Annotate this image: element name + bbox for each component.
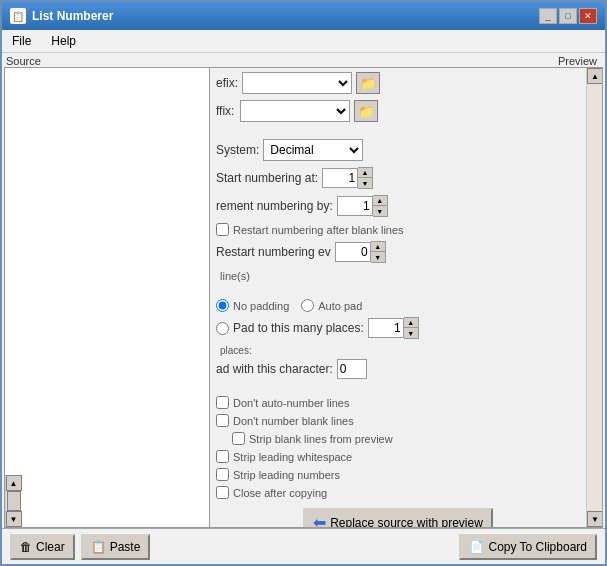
pad-many-radio[interactable] <box>216 322 229 335</box>
no-padding-radio[interactable] <box>216 299 229 312</box>
clear-button[interactable]: 🗑 Clear <box>10 534 75 560</box>
dont-blank-row: Don't number blank lines <box>216 414 580 427</box>
system-row: System: Decimal Roman Alpha <box>216 139 580 161</box>
increment-spin-arrows: ▲ ▼ <box>373 195 388 217</box>
auto-pad-radio[interactable] <box>301 299 314 312</box>
menu-bar: File Help <box>2 30 605 53</box>
increment-row: rement numbering by: ▲ ▼ <box>216 195 580 217</box>
pad-many-spin-down[interactable]: ▼ <box>404 328 418 338</box>
menu-help[interactable]: Help <box>45 32 82 50</box>
preview-scroll-track[interactable] <box>587 84 602 511</box>
pad-many-spin-up[interactable]: ▲ <box>404 318 418 328</box>
system-label: System: <box>216 143 259 157</box>
close-button[interactable]: ✕ <box>579 8 597 24</box>
places-label: places: <box>220 345 252 356</box>
preview-scrollbar[interactable]: ▲ ▼ <box>586 68 602 527</box>
minimize-button[interactable]: _ <box>539 8 557 24</box>
start-row: Start numbering at: ▲ ▼ <box>216 167 580 189</box>
close-after-label: Close after copying <box>233 487 327 499</box>
efix-label: efix: <box>216 76 238 90</box>
dont-auto-checkbox[interactable] <box>216 396 229 409</box>
scroll-up-arrow[interactable]: ▲ <box>6 475 22 491</box>
scroll-down-arrow[interactable]: ▼ <box>6 511 22 527</box>
restart-every-spinbox: ▲ ▼ <box>335 241 386 263</box>
restart-every-spin-down[interactable]: ▼ <box>371 252 385 262</box>
start-label: Start numbering at: <box>216 171 318 185</box>
strip-num-checkbox[interactable] <box>216 468 229 481</box>
arrow-left-icon: ⬅ <box>313 513 326 527</box>
start-input[interactable] <box>322 168 358 188</box>
menu-file[interactable]: File <box>6 32 37 50</box>
scroll-thumb[interactable] <box>7 491 21 511</box>
dont-blank-label: Don't number blank lines <box>233 415 354 427</box>
no-padding-label: No padding <box>233 300 289 312</box>
preview-label: Preview <box>211 55 601 67</box>
strip-blank-label: Strip blank lines from preview <box>249 433 393 445</box>
source-panel: ▲ ▼ <box>5 68 210 527</box>
preview-scroll-down[interactable]: ▼ <box>587 511 603 527</box>
start-spin-arrows: ▲ ▼ <box>358 167 373 189</box>
folder-icon: 📁 <box>360 76 376 91</box>
auto-pad-label: Auto pad <box>318 300 362 312</box>
source-input[interactable] <box>5 68 209 475</box>
places-suffix-row: places: <box>216 345 580 356</box>
increment-spinbox: ▲ ▼ <box>337 195 388 217</box>
restart-every-input[interactable] <box>335 242 371 262</box>
close-after-row: Close after copying <box>216 486 580 499</box>
pad-many-spin-arrows: ▲ ▼ <box>404 317 419 339</box>
efix-browse-button[interactable]: 📁 <box>356 72 380 94</box>
preview-scroll-up[interactable]: ▲ <box>587 68 603 84</box>
scroll-track[interactable] <box>6 491 21 511</box>
efix-select[interactable] <box>242 72 352 94</box>
restart-every-spin-arrows: ▲ ▼ <box>371 241 386 263</box>
source-scrollbar[interactable]: ▲ ▼ <box>5 475 21 527</box>
increment-spin-down[interactable]: ▼ <box>373 206 387 216</box>
restart-blank-row: Restart numbering after blank lines <box>216 223 580 236</box>
padding-row: No padding Auto pad <box>216 299 580 312</box>
replace-button[interactable]: ⬅ Replace source with preview <box>303 508 493 527</box>
increment-spin-up[interactable]: ▲ <box>373 196 387 206</box>
window-title: List Numberer <box>32 9 113 23</box>
title-bar: 📋 List Numberer _ □ ✕ <box>2 2 605 30</box>
restart-blank-checkbox[interactable] <box>216 223 229 236</box>
strip-blank-row: Strip blank lines from preview <box>216 432 580 445</box>
start-spin-down[interactable]: ▼ <box>358 178 372 188</box>
app-icon: 📋 <box>10 8 26 24</box>
folder-icon-2: 📁 <box>358 104 374 119</box>
restart-every-suffix-row: line(s) <box>216 269 580 283</box>
ffix-select[interactable] <box>240 100 350 122</box>
increment-input[interactable] <box>337 196 373 216</box>
strip-ws-checkbox[interactable] <box>216 450 229 463</box>
dont-auto-row: Don't auto-number lines <box>216 396 580 409</box>
restart-blank-label: Restart numbering after blank lines <box>233 224 404 236</box>
ffix-browse-button[interactable]: 📁 <box>354 100 378 122</box>
system-select[interactable]: Decimal Roman Alpha <box>263 139 363 161</box>
pad-char-label: ad with this character: <box>216 362 333 376</box>
paste-button[interactable]: 📋 Paste <box>81 534 151 560</box>
restart-every-suffix: line(s) <box>220 270 250 282</box>
window-controls[interactable]: _ □ ✕ <box>539 8 597 24</box>
copy-clipboard-label: Copy To Clipboard <box>488 540 587 554</box>
paste-label: Paste <box>110 540 141 554</box>
maximize-button[interactable]: □ <box>559 8 577 24</box>
strip-num-label: Strip leading numbers <box>233 469 340 481</box>
start-spin-up[interactable]: ▲ <box>358 168 372 178</box>
close-after-checkbox[interactable] <box>216 486 229 499</box>
increment-label: rement numbering by: <box>216 199 333 213</box>
ffix-row: ffix: 📁 <box>216 100 580 122</box>
source-label: Source <box>6 55 211 67</box>
strip-num-row: Strip leading numbers <box>216 468 580 481</box>
restart-every-label: Restart numbering ev <box>216 245 331 259</box>
dont-blank-checkbox[interactable] <box>216 414 229 427</box>
controls-panel: efix: 📁 ffix: 📁 <box>210 68 586 527</box>
bottom-left-buttons: 🗑 Clear 📋 Paste <box>10 534 150 560</box>
strip-blank-checkbox[interactable] <box>232 432 245 445</box>
main-content: ▲ ▼ efix: 📁 ffix: <box>4 67 603 528</box>
clear-icon: 🗑 <box>20 540 32 554</box>
paste-icon: 📋 <box>91 540 106 554</box>
copy-clipboard-button[interactable]: 📄 Copy To Clipboard <box>459 534 597 560</box>
pad-char-input[interactable] <box>337 359 367 379</box>
replace-btn-row: ⬅ Replace source with preview <box>216 508 580 527</box>
pad-many-input[interactable] <box>368 318 404 338</box>
restart-every-spin-up[interactable]: ▲ <box>371 242 385 252</box>
